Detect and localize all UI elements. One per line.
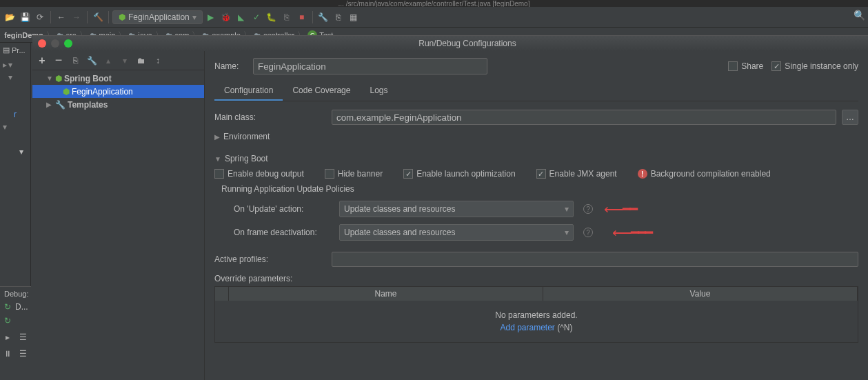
stack-icon[interactable]: ▦ xyxy=(347,10,361,24)
dialog-titlebar: Run/Debug Configurations xyxy=(32,36,868,51)
help-icon[interactable]: ? xyxy=(583,228,593,237)
name-label: Name: xyxy=(214,61,245,71)
sort-config-icon[interactable]: ↕ xyxy=(151,54,165,68)
wrench-icon: 🔧 xyxy=(55,100,65,110)
maximize-window-icon[interactable] xyxy=(64,39,72,48)
run-config-selector[interactable]: ⬢ FeginApplication ▾ xyxy=(112,10,203,24)
spring-icon: ⬢ xyxy=(63,87,70,97)
enable-launch-checkbox[interactable]: Enable launch optimization xyxy=(403,169,515,179)
bg-compile-warning: !Background compilation enabled xyxy=(638,169,771,179)
run-bug-icon[interactable]: 🐛 xyxy=(265,10,279,24)
spring-icon: ⬢ xyxy=(119,12,125,22)
tab-code-coverage[interactable]: Code Coverage xyxy=(283,81,360,101)
step-icon[interactable]: ▸ xyxy=(1,331,14,343)
tab-configuration[interactable]: Configuration xyxy=(214,81,283,101)
tree-toolbar: + − ⎘ 🔧 ▴ ▾ 🖿 ↕ xyxy=(32,51,204,70)
build-icon[interactable]: 🔨 xyxy=(91,10,105,24)
attach-icon[interactable]: ⎘ xyxy=(280,10,294,24)
ide-title-path: ... /src/main/java/com/example/controlle… xyxy=(0,0,868,7)
more-icon[interactable]: ☰ xyxy=(17,348,29,360)
override-params-label: Override parameters: xyxy=(214,274,858,283)
forward-icon[interactable]: → xyxy=(70,10,83,24)
tree-node-fegin-app[interactable]: ⬢ FeginApplication xyxy=(32,85,204,98)
stop-icon[interactable]: ■ xyxy=(295,10,309,24)
open-icon[interactable]: 📂 xyxy=(3,10,17,24)
project-tool-window: ▤ Pr... ▸▾ ▾ r ▾ ▾ xyxy=(0,43,31,291)
tree-node-spring-boot[interactable]: ▼ ⬢ Spring Boot xyxy=(32,72,204,85)
main-class-label: Main class: xyxy=(214,112,326,122)
search-icon[interactable]: 🔍 xyxy=(854,10,865,21)
add-config-icon[interactable]: + xyxy=(35,54,49,68)
main-toolbar: 📂 💾 ⟳ ← → 🔨 ⬢ FeginApplication ▾ ▶ 🐞 ◣ ✓… xyxy=(0,7,868,28)
tree-node-templates[interactable]: ▶ 🔧 Templates xyxy=(32,98,204,111)
no-params-message: No parameters added. xyxy=(495,310,577,320)
run-icon[interactable]: ▶ xyxy=(204,10,218,24)
debug-restart-icon[interactable]: ↻ xyxy=(4,302,11,312)
environment-section[interactable]: ▶ Environment xyxy=(214,132,858,141)
annotation-arrow: ⟵━━ xyxy=(604,201,636,217)
param-value-header: Value xyxy=(543,287,858,301)
active-profiles-input[interactable] xyxy=(332,252,858,267)
config-tabs: Configuration Code Coverage Logs xyxy=(214,81,858,101)
override-params-table: Name Value No parameters added. Add para… xyxy=(214,286,858,343)
move-up-icon[interactable]: ▴ xyxy=(101,54,115,68)
debug-tool-window: Debug: ↻ D... ↻ ▸ ☰ ⏸ ☰ xyxy=(0,286,31,380)
copy-config-icon[interactable]: ⎘ xyxy=(68,54,82,68)
profile-icon[interactable]: ✓ xyxy=(250,10,263,24)
config-form-panel: Name: Share Single instance only Configu… xyxy=(205,51,868,380)
main-class-input[interactable] xyxy=(332,110,836,125)
back-icon[interactable]: ← xyxy=(54,10,68,24)
add-param-shortcut: (^N) xyxy=(557,323,572,332)
debug-label: Debug: xyxy=(0,287,31,301)
remove-config-icon[interactable]: − xyxy=(52,54,65,68)
project-panel-label[interactable]: ▤ Pr... xyxy=(0,43,30,57)
on-frame-label: On frame deactivation: xyxy=(234,228,334,237)
close-window-icon[interactable] xyxy=(38,39,46,48)
config-name-label: FeginApplication xyxy=(128,12,190,22)
copy-icon[interactable]: ⎘ xyxy=(332,10,345,24)
wrench-icon[interactable]: 🔧 xyxy=(316,10,330,24)
refresh-icon[interactable]: ⟳ xyxy=(33,10,47,24)
move-down-icon[interactable]: ▾ xyxy=(118,54,132,68)
enable-debug-checkbox[interactable]: Enable debug output xyxy=(214,169,304,179)
minimize-window-icon xyxy=(51,39,59,48)
dialog-title: Run/Debug Configurations xyxy=(72,39,862,48)
spring-icon: ⬢ xyxy=(55,74,62,83)
hide-banner-checkbox[interactable]: Hide banner xyxy=(325,169,383,179)
pause-icon[interactable]: ⏸ xyxy=(1,348,14,360)
edit-config-icon[interactable]: 🔧 xyxy=(85,54,99,68)
frames-icon[interactable]: ☰ xyxy=(17,331,29,343)
single-instance-checkbox[interactable]: Single instance only xyxy=(771,61,858,71)
coverage-icon[interactable]: ◣ xyxy=(234,10,248,24)
update-policies-label: Running Application Update Policies xyxy=(221,184,858,194)
on-frame-combo[interactable]: Update classes and resources ▾ xyxy=(339,224,574,241)
save-icon[interactable]: 💾 xyxy=(18,10,32,24)
add-parameter-link[interactable]: Add parameter xyxy=(500,323,554,332)
help-icon[interactable]: ? xyxy=(583,204,593,214)
enable-jmx-checkbox[interactable]: Enable JMX agent xyxy=(536,169,617,179)
config-tree-panel: + − ⎘ 🔧 ▴ ▾ 🖿 ↕ ▼ ⬢ Spring Boot ⬢ FeginA… xyxy=(32,51,205,380)
run-debug-config-dialog: Run/Debug Configurations + − ⎘ 🔧 ▴ ▾ 🖿 ↕… xyxy=(32,35,868,380)
debug-tab[interactable]: D... xyxy=(15,302,28,312)
resume-icon[interactable]: ↻ xyxy=(1,314,14,327)
spring-boot-section[interactable]: ▼ Spring Boot xyxy=(214,154,858,163)
on-update-combo[interactable]: Update classes and resources ▾ xyxy=(339,201,574,217)
browse-main-class-button[interactable]: … xyxy=(842,110,858,125)
share-checkbox[interactable]: Share xyxy=(728,61,763,71)
debug-icon[interactable]: 🐞 xyxy=(219,10,233,24)
annotation-arrow: ⟵━━━ xyxy=(612,224,652,241)
folder-config-icon[interactable]: 🖿 xyxy=(134,54,148,68)
on-update-label: On 'Update' action: xyxy=(234,204,334,214)
param-name-header: Name xyxy=(229,287,543,301)
name-input[interactable] xyxy=(253,58,487,74)
tab-logs[interactable]: Logs xyxy=(360,81,397,101)
active-profiles-label: Active profiles: xyxy=(214,254,326,264)
